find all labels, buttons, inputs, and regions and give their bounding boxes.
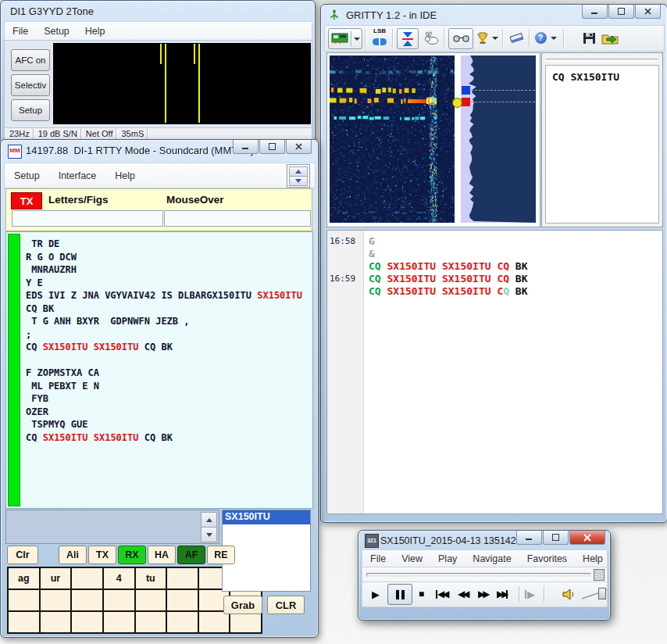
player-titlebar[interactable]: 321 SX150ITU_2015-04-13 135142.wav bbox=[358, 531, 610, 551]
twotone-button-afc-on[interactable]: AFC on bbox=[11, 49, 50, 71]
speaker-icon[interactable] bbox=[562, 585, 577, 603]
clr-control-button[interactable]: Clr bbox=[7, 546, 38, 564]
macro-cell-ag[interactable]: ag bbox=[9, 568, 39, 589]
mmtty-titlebar[interactable]: MM 14197.88 DI-1 RTTY Mode - Soundcard (… bbox=[1, 140, 318, 160]
mouseover-field[interactable] bbox=[164, 210, 311, 227]
buffer-scroll-up[interactable] bbox=[201, 512, 217, 528]
menu-item-view[interactable]: View bbox=[394, 551, 430, 567]
macro-cell-ur[interactable]: ur bbox=[41, 568, 71, 589]
rx-control-button[interactable]: RX bbox=[118, 546, 146, 564]
skip-end-icon[interactable]: ▶▶ bbox=[497, 585, 508, 603]
volume-thumb[interactable] bbox=[598, 588, 606, 599]
tx-badge[interactable]: TX bbox=[11, 192, 42, 209]
menu-item-navigate[interactable]: Navigate bbox=[465, 551, 519, 567]
maximize-icon[interactable] bbox=[543, 531, 569, 545]
frame-step-icon[interactable]: ▶ bbox=[525, 585, 535, 603]
space-square-marker[interactable] bbox=[462, 98, 470, 106]
tx-control-button[interactable]: TX bbox=[88, 546, 116, 564]
minimize-icon[interactable] bbox=[516, 531, 542, 545]
twotone-titlebar[interactable]: DI1 G3YYD 2Tone bbox=[1, 1, 315, 21]
open-folder-button[interactable] bbox=[600, 28, 620, 48]
macro-cell[interactable] bbox=[167, 612, 198, 632]
save-button[interactable] bbox=[580, 28, 597, 48]
rabbit-speed-icon[interactable] bbox=[422, 28, 442, 48]
ali-control-button[interactable]: Ali bbox=[59, 546, 87, 564]
macro-cell-tu[interactable]: tu bbox=[136, 568, 166, 589]
skip-start-icon[interactable]: ◀◀ bbox=[436, 585, 447, 603]
callsign-listbox[interactable]: SX150ITU bbox=[222, 510, 311, 592]
tuning-updown-button[interactable] bbox=[397, 28, 419, 49]
menu-item-file[interactable]: File bbox=[362, 551, 394, 567]
close-icon[interactable] bbox=[286, 140, 312, 154]
menu-item-help[interactable]: Help bbox=[77, 23, 113, 39]
help-button[interactable]: ? bbox=[533, 28, 548, 48]
macro-cell[interactable] bbox=[41, 612, 71, 632]
help-dropdown[interactable] bbox=[549, 28, 558, 48]
ha-control-button[interactable]: HA bbox=[148, 546, 176, 564]
open-folder-icon bbox=[601, 32, 619, 45]
volume-slider[interactable] bbox=[581, 586, 609, 602]
macro-cell[interactable] bbox=[9, 590, 39, 610]
awards-trophy-button[interactable] bbox=[475, 28, 490, 48]
spin-down-button[interactable] bbox=[289, 176, 308, 186]
panel-splitter[interactable] bbox=[546, 59, 658, 62]
stop-icon[interactable]: ■ bbox=[419, 585, 424, 603]
trophy-dropdown[interactable] bbox=[490, 28, 500, 48]
sideband-lsb-button[interactable]: LSB bbox=[369, 28, 390, 48]
seek-groove[interactable] bbox=[366, 573, 591, 577]
macro-cell[interactable] bbox=[72, 590, 102, 610]
minimize-icon[interactable] bbox=[582, 5, 608, 19]
minimize-icon[interactable] bbox=[233, 140, 259, 154]
spectrum-display[interactable] bbox=[461, 55, 536, 223]
clr-button[interactable]: CLR bbox=[267, 596, 305, 614]
pause-button[interactable] bbox=[387, 584, 412, 605]
menu-item-favorites[interactable]: Favorites bbox=[519, 551, 575, 567]
macro-cell[interactable] bbox=[167, 590, 198, 610]
letters-figs-field[interactable] bbox=[12, 210, 163, 227]
twotone-button-selectiv[interactable]: Selectiv bbox=[11, 74, 50, 96]
macro-cell[interactable] bbox=[72, 568, 102, 589]
rx-text-area[interactable]: TR DER G O DCW MNRAUZRHY EEDS IVI Z JNA … bbox=[5, 231, 313, 509]
fast-forward-icon[interactable]: ▶▶ bbox=[478, 585, 487, 603]
twotone-tuning-display[interactable] bbox=[53, 43, 311, 124]
tx-buffer-area[interactable] bbox=[5, 510, 219, 544]
macro-cell[interactable] bbox=[72, 612, 102, 632]
list-item-sx150itu[interactable]: SX150ITU bbox=[223, 510, 310, 524]
macro-cell[interactable] bbox=[9, 612, 39, 632]
grab-button[interactable]: Grab bbox=[223, 596, 262, 614]
macro-cell[interactable] bbox=[41, 590, 71, 610]
clear-eraser-button[interactable] bbox=[507, 28, 526, 48]
menu-item-setup[interactable]: Setup bbox=[36, 23, 77, 39]
macro-cell[interactable] bbox=[136, 590, 166, 610]
menu-item-setup[interactable]: Setup bbox=[5, 165, 49, 187]
macro-cell[interactable] bbox=[167, 568, 198, 589]
twotone-button-setup[interactable]: Setup bbox=[11, 99, 50, 121]
macro-cell[interactable] bbox=[199, 612, 230, 632]
macro-cell[interactable] bbox=[104, 612, 134, 632]
macro-cell-4[interactable]: 4 bbox=[104, 568, 134, 589]
macro-cell[interactable] bbox=[136, 612, 166, 632]
soundcard-select-button[interactable] bbox=[328, 28, 362, 49]
maximize-icon[interactable] bbox=[608, 5, 634, 19]
maximize-icon[interactable] bbox=[259, 140, 285, 154]
menu-item-help[interactable]: Help bbox=[105, 165, 144, 187]
play-icon[interactable]: ▶ bbox=[372, 585, 380, 603]
menu-item-help[interactable]: Help bbox=[575, 551, 611, 567]
gritty-titlebar[interactable]: GRITTY 1.2 - in IDE bbox=[321, 5, 667, 25]
close-icon[interactable] bbox=[569, 531, 605, 545]
waterfall-display[interactable] bbox=[330, 55, 455, 223]
mark-square-marker[interactable] bbox=[462, 86, 470, 95]
monitor-glasses-button[interactable] bbox=[448, 28, 473, 49]
menu-item-interface[interactable]: Interface bbox=[49, 165, 106, 187]
macro-cell[interactable] bbox=[104, 590, 134, 610]
re-control-button[interactable]: RE bbox=[207, 546, 235, 564]
menu-item-file[interactable]: File bbox=[5, 23, 36, 39]
menu-item-play[interactable]: Play bbox=[430, 551, 465, 567]
rx-line: TSPMYQ GUE bbox=[26, 418, 302, 431]
rewind-icon[interactable]: ◀◀ bbox=[458, 585, 467, 603]
seek-thumb[interactable] bbox=[594, 569, 605, 581]
af-control-button[interactable]: AF bbox=[177, 546, 205, 564]
macro-cell[interactable] bbox=[230, 612, 261, 632]
close-icon[interactable] bbox=[635, 5, 661, 19]
buffer-scroll-down[interactable] bbox=[201, 527, 217, 542]
